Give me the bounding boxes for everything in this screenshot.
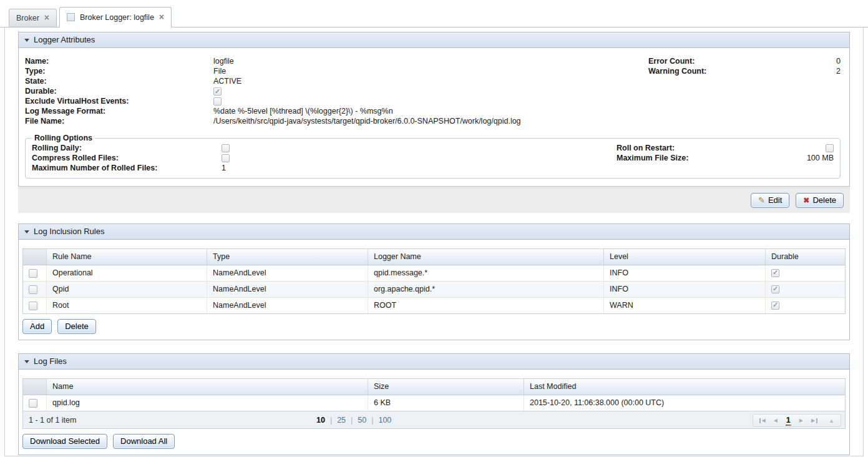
attribute-row: Rolling Daily: [32,143,617,153]
row-select-checkbox[interactable] [29,285,37,294]
pagination-status: 1 - 1 of 1 item [29,416,76,425]
page-size-links: 10 | 25 | 50 | 100 [316,411,391,429]
page-size-25[interactable]: 25 [337,416,346,425]
files-grid-header: Name Size Last Modified [23,379,845,395]
caret-down-icon [24,39,29,42]
column-header-logger-name[interactable]: Logger Name [368,249,604,265]
attribute-label: Type: [25,66,213,76]
last-modified-cell: 2015-10-20, 11:06:38.000 (00:00 UTC) [524,395,845,411]
table-row[interactable]: Root NameAndLevel ROOT WARN [23,298,845,313]
attribute-label: Error Count: [648,56,695,66]
rolling-options-right: Roll on Restart: Maximum File Size: 100 … [617,143,834,173]
attribute-label: Rolling Daily: [32,143,222,153]
tab-broker-logger-logfile[interactable]: Broker Logger: logfile [59,7,172,27]
rule-name-cell: Root [47,298,207,313]
row-select-checkbox[interactable] [29,269,37,278]
attribute-row: Roll on Restart: [617,143,834,153]
rolling-daily-checkbox [222,144,230,152]
close-icon[interactable] [159,12,164,22]
page-size-100[interactable]: 100 [378,416,391,425]
durable-checkbox [771,269,779,277]
attribute-row: State: ACTIVE [25,76,841,86]
durable-checkbox [771,302,779,310]
column-header-name[interactable]: Name [47,379,368,395]
logger-attributes-body: Name: logfile Type: File State: ACTIVE D… [19,48,849,186]
select-column-header [23,379,47,395]
tab-broker[interactable]: Broker [9,9,57,27]
durable-cell [766,298,845,313]
column-header-size[interactable]: Size [368,379,524,395]
attributes-toolbar: Edit Delete [18,187,850,213]
caret-down-icon [24,360,29,363]
file-size-cell: 6 KB [368,395,524,411]
file-name-cell: qpid.log [47,395,368,411]
go-to-top-icon[interactable]: ▲ [829,418,834,424]
separator: | [351,416,353,425]
attribute-label: Log Message Format: [25,106,213,116]
row-select-cell [23,298,47,313]
row-select-checkbox[interactable] [29,302,37,310]
row-select-cell [23,265,47,281]
attribute-value: 1 [222,163,226,173]
durable-checkbox [213,87,222,96]
pane-title: Logger Attributes [34,35,95,44]
logger-attributes-pane: Logger Attributes Name: logfile Type: Fi… [18,32,850,187]
rule-name-cell: Qpid [47,282,207,297]
table-row[interactable]: Operational NameAndLevel qpid.message.* … [23,265,845,282]
column-header-type[interactable]: Type [207,249,368,265]
level-cell: INFO [604,265,766,281]
logger-attributes-header[interactable]: Logger Attributes [19,32,849,48]
pagination-bar: 1 - 1 of 1 item 10 | 25 | 50 | 100 ◀ ◀ 1 [23,411,845,428]
page-size-10[interactable]: 10 [316,416,325,425]
attribute-label: Name: [25,56,213,66]
row-select-cell [23,282,47,297]
counts-block: Error Count: 0 Warning Count: 2 [648,56,841,76]
log-files-header[interactable]: Log Files [19,354,849,370]
first-page-icon[interactable]: ◀ [759,418,766,423]
page-size-50[interactable]: 50 [358,416,366,425]
durable-cell [766,265,845,281]
rolling-options-legend: Rolling Options [32,134,95,142]
column-header-durable[interactable]: Durable [766,249,845,265]
delete-x-icon [803,195,809,205]
attribute-value: 100 MB [807,153,834,163]
last-page-icon[interactable]: ▶ [811,418,817,423]
table-row[interactable]: qpid.log 6 KB 2015-10-20, 11:06:38.000 (… [23,395,845,411]
attribute-row: Compress Rolled Files: [32,153,617,163]
column-header-last-modified[interactable]: Last Modified [524,379,845,395]
log-inclusion-rules-header[interactable]: Log Inclusion Rules [19,224,849,240]
download-selected-button[interactable]: Download Selected [22,434,107,449]
log-inclusion-rules-body: Rule Name Type Logger Name Level Durable… [19,240,849,340]
rules-grid: Rule Name Type Logger Name Level Durable… [22,248,846,314]
tab-label: Broker [16,14,39,22]
type-cell: NameAndLevel [207,282,368,297]
table-row[interactable]: Qpid NameAndLevel org.apache.qpid.* INFO [23,282,845,298]
attribute-value: /Users/keith/src/qpid-java/systests/targ… [213,116,521,126]
attribute-label: Roll on Restart: [617,143,675,153]
attribute-label: Durable: [25,86,213,96]
rule-name-cell: Operational [47,265,207,281]
warning-count-value: 2 [836,66,841,76]
error-count-value: 0 [836,56,841,66]
delete-rule-button[interactable]: Delete [57,319,96,334]
column-header-level[interactable]: Level [604,249,766,265]
close-icon[interactable] [44,13,49,22]
previous-page-icon[interactable]: ◀ [774,418,778,423]
edit-button[interactable]: Edit [751,193,789,208]
column-header-rule-name[interactable]: Rule Name [47,249,207,265]
logger-name-cell: org.apache.qpid.* [368,282,604,297]
log-inclusion-rules-pane: Log Inclusion Rules Rule Name Type Logge… [18,224,850,340]
tab-label: Broker Logger: logfile [80,13,154,22]
edit-button-label: Edit [768,195,782,205]
download-all-button[interactable]: Download All [113,434,175,449]
roll-on-restart-checkbox [826,144,834,152]
rolling-options-left: Rolling Daily: Compress Rolled Files: Ma… [32,143,617,173]
delete-button[interactable]: Delete [796,193,844,208]
log-files-pane: Log Files Name Size Last Modified qpid.l… [18,353,850,455]
row-select-checkbox[interactable] [29,399,37,408]
add-rule-button[interactable]: Add [22,319,52,334]
attribute-label: State: [25,76,213,86]
download-all-label: Download All [120,436,167,446]
next-page-icon[interactable]: ▶ [799,418,803,423]
attribute-value: logfile [213,56,234,66]
